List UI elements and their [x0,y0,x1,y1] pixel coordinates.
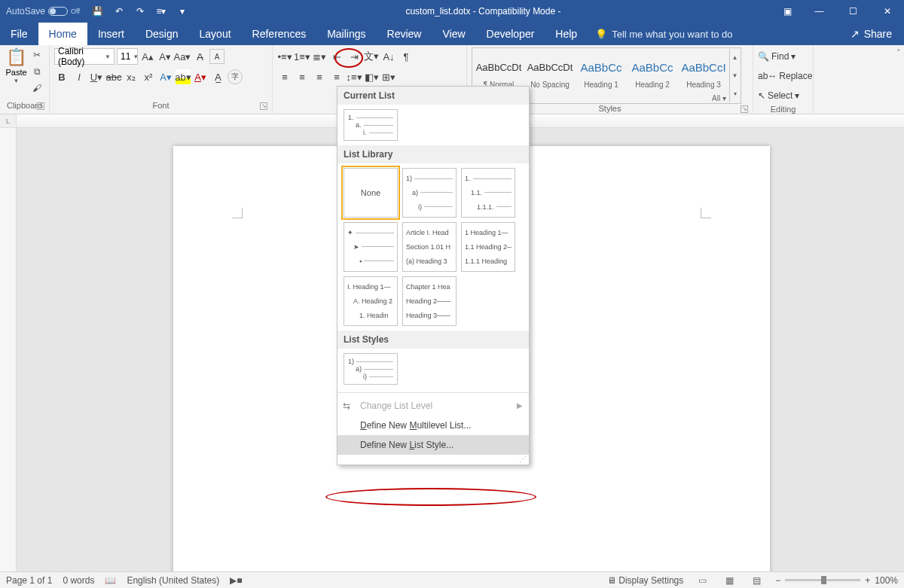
styles-scroll-down[interactable]: ▼ [730,67,740,85]
list-library-item[interactable]: 1. 1.1. 1.1.1. [461,168,515,218]
increase-indent-button[interactable]: ⇥ [347,49,362,64]
sort-button[interactable]: A↓ [381,49,396,64]
font-color-button[interactable]: A▾ [193,69,208,84]
replace-button[interactable]: ab↔ Replace [758,67,812,85]
shading-button[interactable]: ◧▾ [364,69,379,84]
zoom-slider[interactable] [785,579,860,581]
list-library-item[interactable]: 1 Heading 1— 1.1 Heading 2— 1.1.1 Headin… [461,222,515,272]
grow-font-button[interactable]: A▴ [140,49,155,64]
style-heading1[interactable]: AaBbCcHeading 1 [576,49,627,94]
cut-button[interactable]: ✂ [29,47,44,62]
align-center-button[interactable]: ≡ [295,69,310,84]
styles-scroll-up[interactable]: ▲ [730,49,740,67]
tab-design[interactable]: Design [135,23,189,45]
view-print-layout[interactable]: ▦ [721,574,738,587]
zoom-level[interactable]: 100% [875,575,898,586]
numbering-button[interactable]: 1≡▾ [295,49,310,64]
tab-mailings[interactable]: Mailings [316,23,376,45]
tab-layout[interactable]: Layout [189,23,242,45]
select-button[interactable]: ↖ Select ▾ [758,87,799,105]
style-heading2[interactable]: AaBbCcHeading 2 [627,49,678,94]
show-paragraph-marks-button[interactable]: ¶ [399,49,414,64]
style-no-spacing[interactable]: AaBbCcDtNo Spacing [524,49,576,94]
tab-developer[interactable]: Developer [476,23,545,45]
share-button[interactable]: ↗ Share [838,23,904,45]
multilevel-list-button[interactable]: ≣▾ [312,49,327,64]
ribbon-display-options-icon[interactable]: ▣ [772,6,802,17]
font-name-select[interactable]: Calibri (Body)▼ [54,48,115,65]
list-library-item[interactable]: I. Heading 1— A. Heading 2 1. Headin [344,276,398,326]
superscript-button[interactable]: x² [141,69,156,84]
tell-me-search[interactable]: 💡 Tell me what you want to do [588,23,740,45]
clear-formatting-button[interactable]: A̶ [192,49,207,64]
styles-expand[interactable]: ▾ [730,84,740,102]
line-spacing-button[interactable]: ↕≡▾ [347,69,362,84]
underline-button[interactable]: U▾ [89,69,104,84]
find-button[interactable]: 🔍 Find ▾ [758,47,796,66]
status-language[interactable]: English (United States) [127,575,219,586]
list-style-preview[interactable]: 1) a) i) [344,353,398,385]
list-library-item[interactable]: Chapter 1 Hea Heading 2—— Heading 3—— [402,276,457,326]
change-case-button[interactable]: Aa▾ [175,49,190,64]
style-heading3[interactable]: AaBbCcIHeading 3 [678,49,729,94]
status-words[interactable]: 0 words [63,575,94,586]
collapse-ribbon-button[interactable]: ˄ [896,48,901,58]
asian-layout-button[interactable]: 文▾ [364,49,379,64]
format-painter-button[interactable]: 🖌 [29,81,44,96]
highlight-button[interactable]: ab▾ [176,69,191,84]
tab-references[interactable]: References [242,23,317,45]
tab-home[interactable]: Home [38,23,87,45]
clipboard-dialog-launcher[interactable]: ↘ [37,102,44,110]
display-settings-button[interactable]: 🖥 Display Settings [607,575,683,586]
vertical-ruler[interactable] [0,128,17,571]
character-shading-button[interactable]: A̲ [210,69,225,84]
view-read-mode[interactable]: ▭ [694,574,710,587]
strikethrough-button[interactable]: abc [106,69,121,84]
qat-style-icon[interactable]: ≡▾ [155,5,167,17]
copy-button[interactable]: ⧉ [29,64,44,79]
ruler-corner[interactable]: L [0,114,17,127]
list-library-item[interactable]: ✦ ➤ ▪ [344,222,398,272]
menu-define-new-multilevel-list[interactable]: Define New Multilevel List... [337,416,529,435]
list-library-item[interactable]: 1) a) i) [402,168,457,218]
shrink-font-button[interactable]: A▾ [157,49,173,64]
maximize-button[interactable]: ☐ [836,0,870,23]
italic-button[interactable]: I [72,69,87,84]
styles-dialog-launcher[interactable]: ↘ [741,105,748,113]
view-web-layout[interactable]: ▤ [748,574,765,587]
decrease-indent-button[interactable]: ⇤ [329,49,344,64]
font-dialog-launcher[interactable]: ↘ [260,102,267,110]
text-effects-button[interactable]: A▾ [158,69,173,84]
zoom-in-button[interactable]: + [865,575,870,586]
paste-button[interactable]: 📋 Paste ▼ [5,47,28,84]
status-page[interactable]: Page 1 of 1 [6,575,52,586]
list-library-none[interactable]: None [344,168,398,218]
status-spellcheck-icon[interactable]: 📖 [105,575,116,586]
character-border-button[interactable]: A [209,49,224,64]
menu-define-new-list-style[interactable]: Define New List Style... [337,435,529,455]
qat-customize-icon[interactable]: ▾ [176,5,188,17]
subscript-button[interactable]: x₂ [124,69,139,84]
zoom-out-button[interactable]: − [775,575,780,586]
undo-icon[interactable]: ↶ [113,5,125,17]
redo-icon[interactable]: ↷ [134,5,146,17]
tab-review[interactable]: Review [377,23,432,45]
justify-button[interactable]: ≡ [329,69,344,84]
minimize-button[interactable]: — [802,0,836,23]
dropdown-resize-grip-icon[interactable]: ⋰ [337,455,529,465]
enclose-characters-button[interactable]: 字 [228,69,243,84]
tab-file[interactable]: File [0,23,38,45]
list-library-item[interactable]: Article I. Head Section 1.01 H (a) Headi… [402,222,457,272]
status-macro-icon[interactable]: ▶■ [230,575,242,586]
close-button[interactable]: ✕ [870,0,904,23]
tab-insert[interactable]: Insert [87,23,135,45]
current-list-preview[interactable]: 1. a. i. [344,109,398,141]
tab-view[interactable]: View [432,23,475,45]
bold-button[interactable]: B [54,69,69,84]
autosave-toggle[interactable]: AutoSave Off [0,6,86,17]
save-icon[interactable]: 💾 [92,5,104,17]
tab-help[interactable]: Help [545,23,588,45]
borders-button[interactable]: ⊞▾ [381,69,396,84]
align-left-button[interactable]: ≡ [277,69,292,84]
font-size-select[interactable]: 11▼ [117,48,138,65]
